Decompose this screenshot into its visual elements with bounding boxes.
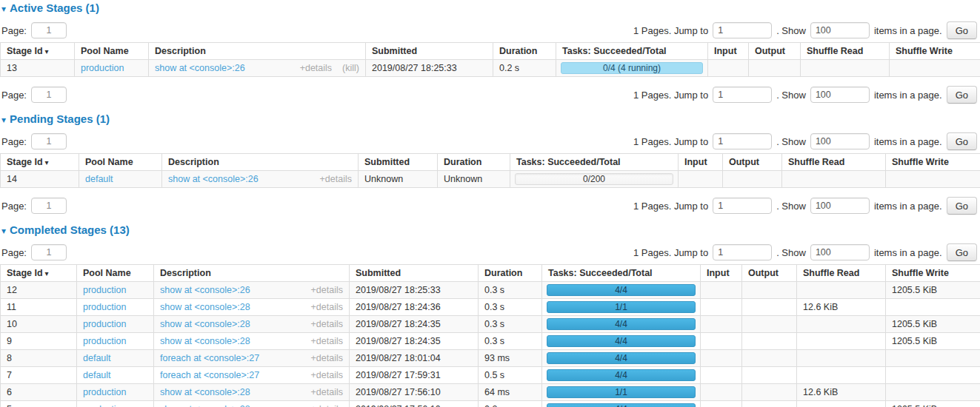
details-link[interactable]: +details [320,174,352,184]
kill-link[interactable]: (kill) [342,63,359,73]
description-link[interactable]: foreach at <console>:27 [160,353,259,363]
go-button[interactable]: Go [947,21,977,39]
description-link[interactable]: show at <console>:28 [160,302,250,312]
go-button[interactable]: Go [947,243,977,261]
details-link[interactable]: +details [300,63,332,73]
jump-to-input[interactable] [713,244,772,260]
section-header-completed-stages[interactable]: ▾Completed Stages (13) [1,224,980,237]
column-header-description[interactable]: Description [154,265,350,282]
column-header-output[interactable]: Output [742,265,797,282]
column-label: Description [168,157,219,167]
description-actions: +details [311,353,343,363]
section-header-active-stages[interactable]: ▾Active Stages (1) [1,2,980,15]
task-progress-bar: 4/4 [547,284,696,296]
pool-name-link[interactable]: production [83,387,126,397]
section-header-pending-stages[interactable]: ▾Pending Stages (1) [1,113,980,126]
page-number-input[interactable] [31,87,67,103]
collapse-arrow-icon: ▾ [1,226,6,236]
pool-name-link[interactable]: production [83,319,126,329]
go-button[interactable]: Go [947,86,977,104]
table-header-row: Stage Id ▾Pool NameDescriptionSubmittedD… [1,154,980,171]
column-header-pool-name[interactable]: Pool Name [75,43,149,60]
column-header-input[interactable]: Input [701,265,742,282]
column-header-duration[interactable]: Duration [479,265,542,282]
tasks-cell: 4/4 [542,367,701,384]
page-number-input[interactable] [31,244,67,260]
details-link[interactable]: +details [311,302,343,312]
stage-id-cell: 8 [1,350,77,367]
description-link[interactable]: show at <console>:28 [160,404,250,407]
column-header-input[interactable]: Input [708,43,749,60]
details-link[interactable]: +details [311,336,343,346]
details-link[interactable]: +details [311,404,343,407]
details-link[interactable]: +details [311,319,343,329]
shuffle-read-cell [797,333,886,350]
column-header-pool-name[interactable]: Pool Name [77,265,154,282]
show-count-input[interactable] [810,22,870,38]
description-link[interactable]: show at <console>:28 [160,319,250,329]
column-header-tasks-succeeded-total[interactable]: Tasks: Succeeded/Total [556,43,708,60]
column-header-shuffle-read[interactable]: Shuffle Read [782,154,886,171]
column-header-duration[interactable]: Duration [493,43,556,60]
column-header-pool-name[interactable]: Pool Name [79,154,162,171]
column-header-shuffle-read[interactable]: Shuffle Read [801,43,890,60]
pool-name-link[interactable]: production [83,285,126,295]
description-link[interactable]: show at <console>:26 [168,174,259,184]
column-header-output[interactable]: Output [723,154,782,171]
page-number-input[interactable] [31,133,67,149]
description-link[interactable]: show at <console>:26 [160,285,250,295]
column-header-submitted[interactable]: Submitted [366,43,493,60]
column-label: Output [755,46,785,56]
column-header-stage-id[interactable]: Stage Id ▾ [1,43,75,60]
column-header-shuffle-write[interactable]: Shuffle Write [886,154,980,171]
details-link[interactable]: +details [311,285,343,295]
column-label: Submitted [372,46,417,56]
submitted-cell: 2019/08/27 18:01:04 [350,350,479,367]
column-header-stage-id[interactable]: Stage Id ▾ [1,154,79,171]
output-cell [749,60,801,77]
column-header-submitted[interactable]: Submitted [350,265,479,282]
column-header-submitted[interactable]: Submitted [359,154,438,171]
column-header-shuffle-write[interactable]: Shuffle Write [890,43,980,60]
jump-to-input[interactable] [713,22,772,38]
jump-to-input[interactable] [713,198,772,214]
pool-name-link[interactable]: production [83,302,126,312]
show-count-input[interactable] [810,133,870,149]
page-number-input[interactable] [31,22,67,38]
jump-to-input[interactable] [713,133,772,149]
go-button[interactable]: Go [947,132,977,150]
pool-name-link[interactable]: production [83,336,126,346]
column-header-output[interactable]: Output [749,43,801,60]
pool-name-link[interactable]: production [83,404,126,407]
jump-to-input[interactable] [713,87,772,103]
description-link[interactable]: show at <console>:28 [160,387,250,397]
pool-name-link[interactable]: default [85,174,113,184]
description-link[interactable]: show at <console>:26 [155,63,245,73]
column-header-input[interactable]: Input [679,154,723,171]
column-header-description[interactable]: Description [162,154,359,171]
details-link[interactable]: +details [311,353,343,363]
page-number-input[interactable] [31,198,67,214]
show-count-input[interactable] [810,198,870,214]
column-header-stage-id[interactable]: Stage Id ▾ [1,265,77,282]
task-progress-bar: 4/4 [547,369,696,381]
description-link[interactable]: foreach at <console>:27 [160,370,259,380]
stage-id-cell: 7 [1,367,77,384]
show-count-input[interactable] [810,244,870,260]
pool-name-cell: default [79,171,162,188]
submitted-cell: Unknown [359,171,438,188]
pool-name-link[interactable]: default [83,353,111,363]
column-header-tasks-succeeded-total[interactable]: Tasks: Succeeded/Total [542,265,701,282]
column-header-duration[interactable]: Duration [438,154,510,171]
details-link[interactable]: +details [311,387,343,397]
pool-name-link[interactable]: production [81,63,124,73]
column-header-shuffle-write[interactable]: Shuffle Write [886,265,980,282]
show-count-input[interactable] [810,87,870,103]
go-button[interactable]: Go [947,197,977,215]
column-header-tasks-succeeded-total[interactable]: Tasks: Succeeded/Total [510,154,679,171]
column-header-description[interactable]: Description [149,43,366,60]
pool-name-link[interactable]: default [83,370,111,380]
column-header-shuffle-read[interactable]: Shuffle Read [797,265,886,282]
details-link[interactable]: +details [311,370,343,380]
description-link[interactable]: show at <console>:28 [160,336,250,346]
